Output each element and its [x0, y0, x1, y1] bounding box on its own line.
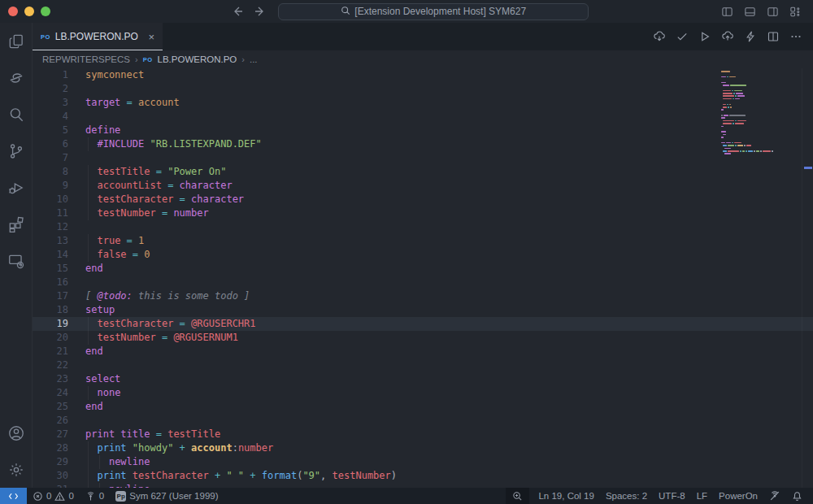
- explorer-icon[interactable]: [0, 23, 33, 59]
- minimize-window-button[interactable]: [24, 7, 34, 16]
- line-number[interactable]: 7: [33, 151, 73, 165]
- nav-forward-icon[interactable]: [254, 5, 267, 18]
- code-line[interactable]: 6 #INCLUDE "RB.LISTEXPAND.DEF": [33, 137, 813, 151]
- toggle-panel-icon[interactable]: [744, 6, 756, 18]
- cloud-download-icon[interactable]: [653, 30, 666, 43]
- code-line[interactable]: 15end: [33, 262, 813, 276]
- minimap[interactable]: [720, 71, 777, 156]
- command-center-search[interactable]: [Extension Development Host] SYM627: [278, 3, 589, 20]
- code-line[interactable]: 3target = account: [33, 96, 813, 110]
- run-icon[interactable]: [698, 30, 711, 43]
- line-number[interactable]: 19: [33, 317, 73, 331]
- line-number[interactable]: 6: [33, 137, 73, 151]
- line-number[interactable]: 5: [33, 124, 73, 137]
- line-number[interactable]: 11: [33, 206, 73, 220]
- code-line[interactable]: 30 print testCharacter + " " + format("9…: [33, 469, 813, 483]
- notifications-bell-icon[interactable]: [786, 488, 808, 504]
- line-number[interactable]: 15: [33, 262, 73, 276]
- scrollbar[interactable]: [802, 68, 813, 488]
- code-line[interactable]: 13 true = 1: [33, 234, 813, 248]
- code-line[interactable]: 1symconnect: [33, 68, 813, 82]
- encoding[interactable]: UTF-8: [653, 488, 691, 504]
- settings-gear-icon[interactable]: [0, 451, 33, 488]
- code-line[interactable]: 28 print "howdy" + account:number: [33, 441, 813, 455]
- code-line[interactable]: 8 testTitle = "Power On": [33, 165, 813, 179]
- code-line[interactable]: 17[ @todo: this is some todo ]: [33, 289, 813, 303]
- code-line[interactable]: 5define: [33, 124, 813, 137]
- toggle-secondary-sidebar-icon[interactable]: [767, 6, 779, 18]
- indentation[interactable]: Spaces: 2: [600, 488, 653, 504]
- ports-indicator[interactable]: 0: [80, 488, 110, 504]
- code-line[interactable]: 22: [33, 358, 813, 372]
- tab-close-icon[interactable]: ×: [148, 31, 154, 43]
- code-line[interactable]: 11 testNumber = number: [33, 206, 813, 220]
- line-number[interactable]: 17: [33, 289, 73, 303]
- line-number[interactable]: 1: [33, 68, 73, 82]
- do-not-disturb-icon[interactable]: [763, 488, 786, 504]
- bolt-icon[interactable]: [744, 30, 757, 43]
- line-number[interactable]: 4: [33, 110, 73, 124]
- split-editor-icon[interactable]: [767, 30, 780, 43]
- source-control-icon[interactable]: [0, 133, 33, 169]
- more-actions-icon[interactable]: [789, 30, 802, 43]
- code-line[interactable]: 7: [33, 151, 813, 165]
- breadcrumb-file[interactable]: LB.POWERON.PO: [158, 54, 237, 64]
- code-line[interactable]: 26: [33, 414, 813, 428]
- code-line[interactable]: 18setup: [33, 303, 813, 317]
- line-number[interactable]: 22: [33, 358, 73, 372]
- run-debug-icon[interactable]: [0, 169, 33, 206]
- line-number[interactable]: 2: [33, 82, 73, 96]
- cloud-upload-icon[interactable]: [721, 30, 734, 43]
- poweron-extension-icon[interactable]: [0, 59, 33, 96]
- maximize-window-button[interactable]: [41, 7, 50, 16]
- line-number[interactable]: 30: [33, 469, 73, 483]
- line-number[interactable]: 13: [33, 234, 73, 248]
- code-line[interactable]: 25end: [33, 400, 813, 414]
- code-line[interactable]: 14 false = 0: [33, 248, 813, 262]
- code-editor[interactable]: 1symconnect23target = account45define6 #…: [33, 68, 813, 488]
- nav-back-icon[interactable]: [231, 5, 244, 18]
- remote-explorer-icon[interactable]: [0, 242, 33, 279]
- validate-check-icon[interactable]: [676, 30, 689, 43]
- line-number[interactable]: 21: [33, 345, 73, 358]
- language-mode[interactable]: PowerOn: [713, 488, 763, 504]
- code-line[interactable]: 9 accountList = character: [33, 179, 813, 193]
- code-line[interactable]: 27print title = testTitle: [33, 428, 813, 441]
- line-number[interactable]: 10: [33, 193, 73, 206]
- line-number[interactable]: 29: [33, 455, 73, 469]
- breadcrumb-folder[interactable]: REPWRITERSPECS: [42, 54, 130, 64]
- line-number[interactable]: 12: [33, 220, 73, 234]
- extensions-icon[interactable]: [0, 206, 33, 242]
- line-number[interactable]: 9: [33, 179, 73, 193]
- code-line[interactable]: 23select: [33, 372, 813, 386]
- line-number[interactable]: 28: [33, 441, 73, 455]
- problems-indicator[interactable]: 0 0: [27, 488, 80, 504]
- line-number[interactable]: 24: [33, 386, 73, 400]
- customize-layout-icon[interactable]: [789, 6, 802, 18]
- code-line[interactable]: 4: [33, 110, 813, 124]
- code-line[interactable]: 29 newline: [33, 455, 813, 469]
- line-number[interactable]: 16: [33, 276, 73, 289]
- remote-indicator[interactable]: [0, 488, 27, 504]
- line-number[interactable]: 27: [33, 428, 73, 441]
- symitar-connection[interactable]: Pp Sym 627 (User 1999): [110, 488, 224, 504]
- line-number[interactable]: 20: [33, 331, 73, 345]
- zoom-indicator[interactable]: [506, 488, 529, 504]
- toggle-primary-sidebar-icon[interactable]: [721, 6, 733, 18]
- close-window-button[interactable]: [8, 7, 18, 16]
- line-number[interactable]: 3: [33, 96, 73, 110]
- tab-lb-poweron-po[interactable]: PO LB.POWERON.PO ×: [33, 23, 163, 50]
- line-number[interactable]: 26: [33, 414, 73, 428]
- line-number[interactable]: 14: [33, 248, 73, 262]
- eol-sequence[interactable]: LF: [691, 488, 713, 504]
- code-line[interactable]: 24 none: [33, 386, 813, 400]
- line-number[interactable]: 8: [33, 165, 73, 179]
- code-line[interactable]: 16: [33, 276, 813, 289]
- code-line[interactable]: 19 testCharacter = @RGUSERCHR1: [33, 317, 813, 331]
- code-line[interactable]: 21end: [33, 345, 813, 358]
- line-number[interactable]: 18: [33, 303, 73, 317]
- code-line[interactable]: 12: [33, 220, 813, 234]
- code-line[interactable]: 31 newline: [33, 483, 813, 488]
- accounts-icon[interactable]: [0, 415, 33, 451]
- breadcrumb-symbol[interactable]: ...: [250, 54, 258, 64]
